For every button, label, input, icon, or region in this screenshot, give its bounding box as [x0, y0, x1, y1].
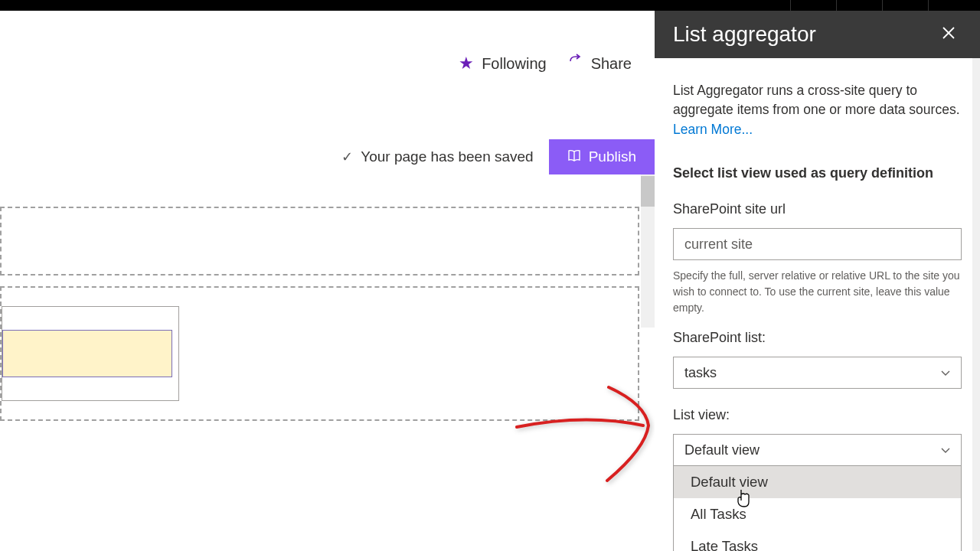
page-canvas-area: ★ Following Share ✓ Your page has been s…: [0, 11, 655, 551]
site-url-label: SharePoint site url: [673, 201, 962, 217]
view-option-default[interactable]: Default view: [674, 466, 961, 498]
canvas-section[interactable]: [0, 207, 639, 276]
chevron-down-icon: [941, 367, 950, 379]
list-dropdown-value: tasks: [684, 365, 717, 381]
page-canvas[interactable]: [0, 207, 639, 551]
view-label: List view:: [673, 407, 962, 423]
description-text: List Aggregator runs a cross-site query …: [673, 83, 960, 117]
panel-scrollbar[interactable]: [972, 58, 980, 551]
property-panel: List aggregator List Aggregator runs a c…: [655, 11, 980, 551]
panel-header: List aggregator: [655, 11, 980, 58]
section-heading: Select list view used as query definitio…: [673, 165, 962, 181]
webpart-container[interactable]: [2, 306, 179, 401]
close-icon: [942, 26, 956, 40]
site-url-input[interactable]: [673, 228, 962, 260]
share-button[interactable]: Share: [568, 54, 632, 73]
saved-status: ✓ Your page has been saved: [341, 139, 548, 174]
following-label: Following: [482, 55, 546, 73]
list-dropdown[interactable]: tasks: [673, 357, 962, 389]
panel-description: List Aggregator runs a cross-site query …: [673, 81, 962, 139]
learn-more-link[interactable]: Learn More...: [673, 122, 753, 137]
titlebar-icon: [928, 0, 972, 11]
view-option-all-tasks[interactable]: All Tasks: [674, 498, 961, 530]
view-dropdown[interactable]: Default view: [673, 434, 962, 466]
panel-title: List aggregator: [673, 22, 816, 47]
book-icon: [567, 148, 581, 166]
list-label: SharePoint list:: [673, 330, 962, 346]
titlebar-icon: [790, 0, 835, 11]
view-dropdown-list: Default view All Tasks Late Tasks Upcomi…: [673, 466, 962, 551]
share-icon: [568, 54, 583, 73]
share-label: Share: [591, 55, 632, 73]
check-icon: ✓: [341, 148, 353, 165]
titlebar-icon: [882, 0, 926, 11]
window-titlebar: [0, 0, 980, 11]
star-icon: ★: [459, 54, 474, 73]
scrollbar-thumb[interactable]: [641, 176, 655, 207]
canvas-scrollbar[interactable]: [641, 174, 655, 328]
publish-button[interactable]: Publish: [549, 139, 655, 174]
site-url-helper: Specify the full, server relative or rel…: [673, 268, 962, 316]
page-actions: ★ Following Share: [459, 54, 632, 73]
webpart-selected[interactable]: [2, 330, 172, 377]
titlebar-icon: [836, 0, 880, 11]
following-button[interactable]: ★ Following: [459, 54, 546, 73]
chevron-down-icon: [941, 444, 950, 456]
canvas-section[interactable]: [0, 286, 639, 421]
close-button[interactable]: [936, 18, 962, 51]
view-dropdown-value: Default view: [684, 442, 760, 458]
view-option-late-tasks[interactable]: Late Tasks: [674, 530, 961, 551]
panel-body: List Aggregator runs a cross-site query …: [655, 58, 980, 551]
publish-label: Publish: [589, 148, 636, 165]
publish-bar: ✓ Your page has been saved Publish: [0, 139, 655, 174]
saved-message-text: Your page has been saved: [361, 148, 533, 165]
